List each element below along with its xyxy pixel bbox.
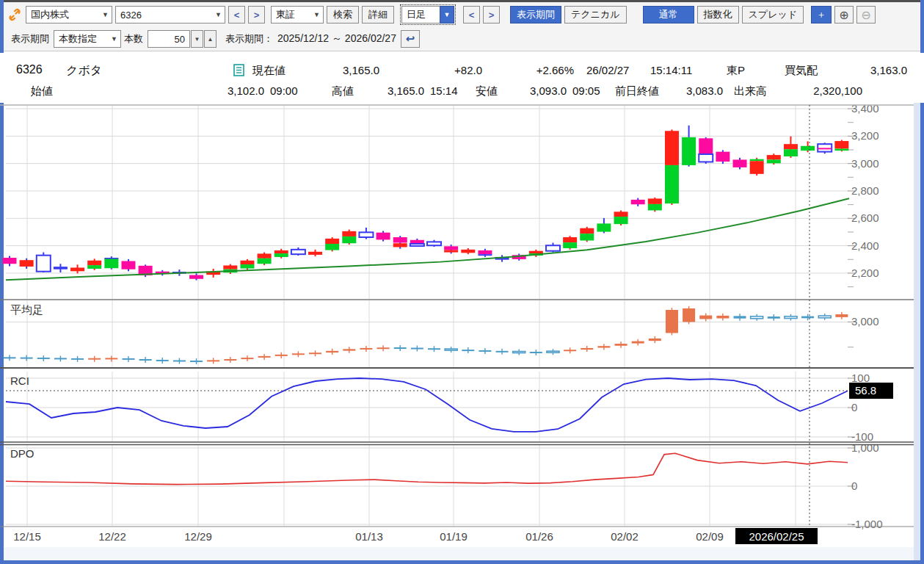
candle-body xyxy=(54,267,68,270)
candle-body xyxy=(665,165,679,203)
heikin-body xyxy=(513,352,525,353)
heikin-body xyxy=(818,316,831,318)
display-period-button[interactable]: 表示期間 xyxy=(510,6,561,24)
count-input[interactable]: 50 xyxy=(148,30,190,48)
market-segment: 東P xyxy=(727,64,745,78)
candle-body xyxy=(767,155,781,159)
candle-body xyxy=(461,250,475,253)
candle-body xyxy=(834,141,848,148)
detail-button[interactable]: 詳細 xyxy=(362,6,394,24)
candle-body xyxy=(410,244,424,246)
candle-body xyxy=(834,149,848,151)
candle-body xyxy=(699,154,713,162)
candle-body xyxy=(444,246,458,250)
axis-label: 1,000 xyxy=(851,441,879,454)
timeframe-combo[interactable]: 日足 ▼ xyxy=(401,6,454,24)
candle-body xyxy=(427,242,441,245)
spin-down-icon[interactable]: ▼ xyxy=(191,30,203,48)
rci-value-tooltip-text: 56.8 xyxy=(855,384,876,397)
heikin-body xyxy=(615,344,627,346)
candle-body xyxy=(376,233,390,240)
volume: 2,320,100 xyxy=(774,84,862,97)
candle-body xyxy=(682,137,696,165)
chevron-down-icon[interactable]: ▼ xyxy=(440,6,454,24)
open-label: 始値 xyxy=(31,84,53,98)
quote-time: 15:14:11 xyxy=(650,64,692,76)
candle-body xyxy=(325,244,339,250)
candle-body xyxy=(274,253,288,257)
price-change-pct: +2.66% xyxy=(493,64,574,76)
axis-label: 2,400 xyxy=(851,239,879,252)
candle-body xyxy=(223,265,237,269)
period-toolbar: 表示期間 本数指定 ▼ 本数 50 ▼ ▲ 表示期間： 2025/12/12 ～… xyxy=(4,27,920,51)
candle-body xyxy=(563,242,577,248)
candle-body xyxy=(665,131,679,165)
candle-body xyxy=(580,228,594,234)
count-label: 本数 xyxy=(124,32,143,46)
zoom-in-button[interactable]: ⊕ xyxy=(834,6,854,24)
price-change: +82.0 xyxy=(411,64,482,76)
candle-body xyxy=(444,250,458,253)
link-icon[interactable] xyxy=(8,8,21,21)
candle-body xyxy=(614,212,628,217)
candle-body xyxy=(240,264,254,269)
heikin-body xyxy=(105,358,117,359)
heikin-body xyxy=(360,348,372,350)
heikin-body xyxy=(445,349,457,350)
next-code-button[interactable]: > xyxy=(248,6,265,24)
heikin-body xyxy=(785,317,797,319)
open-price: 3,102.0 xyxy=(183,84,264,97)
document-icon[interactable] xyxy=(233,64,244,76)
next-period-button[interactable]: > xyxy=(483,6,500,24)
normal-button[interactable]: 通常 xyxy=(643,6,694,24)
axis-label: -1,000 xyxy=(851,518,883,530)
date-label: 02/02 xyxy=(611,530,639,543)
indexed-button[interactable]: 指数化 xyxy=(697,6,739,24)
candle-body xyxy=(104,259,118,269)
heikin-body xyxy=(683,308,695,322)
candle-body xyxy=(750,159,764,162)
right-scroll-strip[interactable] xyxy=(914,103,920,560)
code-combo[interactable]: 6326 ▼ xyxy=(115,6,225,24)
prev-code-button[interactable]: < xyxy=(228,6,245,24)
heikin-body xyxy=(530,352,542,353)
axis-label: 3,000 xyxy=(851,315,879,328)
search-button[interactable]: 検索 xyxy=(327,6,359,24)
chart-canvas[interactable]: 2,2002,4002,6002,8003,0003,2003,4003,000… xyxy=(0,103,924,562)
high-price: 3,165.0 xyxy=(351,84,424,97)
axis-label: 100 xyxy=(851,372,870,384)
low-price: 3,093.0 xyxy=(493,84,567,97)
heikin-body xyxy=(547,351,559,352)
range-label: 表示期間： xyxy=(225,32,273,46)
market-select[interactable]: 国内株式 ▼ xyxy=(26,6,112,24)
candle-body xyxy=(716,152,730,162)
prev-period-button[interactable]: < xyxy=(463,6,480,24)
low-time: 09:05 xyxy=(572,84,600,97)
bid-price: 3,163.0 xyxy=(870,64,907,76)
heikin-body xyxy=(768,317,780,319)
axis-label: 0 xyxy=(851,480,857,492)
reset-period-button[interactable]: ↩ xyxy=(401,30,420,48)
spin-up-icon[interactable]: ▲ xyxy=(204,30,217,48)
count-stepper[interactable]: 50 ▼ ▲ xyxy=(148,30,217,48)
candle-body xyxy=(699,138,713,154)
bid-label: 買気配 xyxy=(785,64,818,78)
exchange-select[interactable]: 東証 ▼ xyxy=(271,6,324,24)
spread-button[interactable]: スプレッド xyxy=(742,6,804,24)
add-chart-button[interactable]: ＋ xyxy=(811,6,832,24)
technical-button[interactable]: テクニカル xyxy=(564,6,627,24)
zoom-out-button[interactable]: ⊖ xyxy=(856,6,876,24)
code-combo-value: 6326 xyxy=(120,10,142,21)
period-label: 表示期間 xyxy=(11,32,49,46)
heikin-body xyxy=(326,351,338,352)
market-select-value: 国内株式 xyxy=(31,8,69,21)
heikin-body xyxy=(139,359,152,361)
period-mode-select[interactable]: 本数指定 ▼ xyxy=(54,30,121,48)
dpo-line xyxy=(6,453,848,484)
heikin-body xyxy=(649,339,661,341)
heikin-body xyxy=(666,310,678,333)
date-label: 12/15 xyxy=(13,530,41,543)
axis-label: 3,000 xyxy=(851,157,879,170)
candle-body xyxy=(546,245,560,250)
candle-body xyxy=(189,275,203,279)
